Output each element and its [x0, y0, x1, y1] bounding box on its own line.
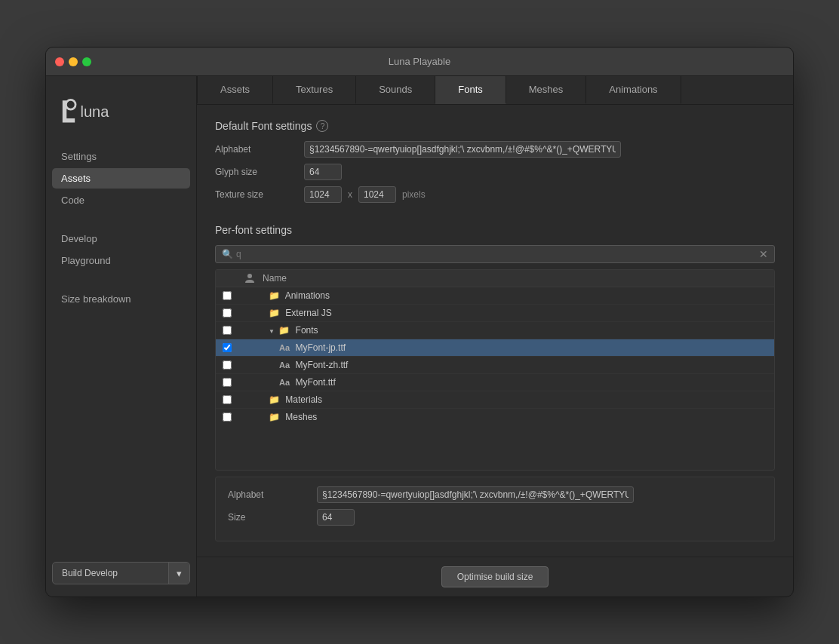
expand-triangle-icon: ▼ [269, 328, 275, 335]
traffic-lights [55, 57, 91, 66]
tab-assets[interactable]: Assets [197, 76, 273, 104]
clear-search-button[interactable]: ✕ [759, 249, 768, 259]
pf-size-row: Size [228, 509, 762, 526]
tab-textures[interactable]: Textures [273, 76, 356, 104]
row-name-externaljs: 📁 External JS [261, 308, 774, 318]
pf-alphabet-row: Alphabet [228, 486, 762, 503]
sidebar-item-code[interactable]: Code [52, 190, 190, 210]
row-name-myfont: Aa MyFont.ttf [261, 377, 774, 388]
person-icon [244, 273, 255, 284]
check-myfont[interactable] [223, 378, 232, 387]
tree-row-meshes[interactable]: 📁 Meshes [216, 409, 774, 423]
row-check-myfont[interactable] [216, 378, 238, 387]
tree-row-materials[interactable]: 📁 Materials [216, 391, 774, 409]
font-icon-base: Aa [279, 378, 290, 387]
bottom-bar: Optimise build size [197, 557, 793, 596]
content-area: Assets Textures Sounds Fonts Meshes Anim… [197, 76, 793, 596]
check-myfont-zh[interactable] [223, 360, 232, 370]
row-check-fonts[interactable] [216, 326, 238, 335]
tree-row-animations[interactable]: 📁 Animations [216, 287, 774, 305]
tree-row-myfont-jp[interactable]: Aa MyFont-jp.ttf [216, 339, 774, 357]
folder-icon-mat: 📁 [269, 394, 280, 405]
titlebar: Luna Playable [46, 48, 793, 76]
sidebar-item-assets[interactable]: Assets [52, 168, 190, 189]
pf-size-input[interactable] [317, 509, 355, 526]
fullscreen-button[interactable] [82, 57, 91, 66]
logo: luna [46, 88, 196, 146]
close-button[interactable] [55, 57, 64, 66]
svg-text:luna: luna [80, 103, 109, 120]
row-check-materials[interactable] [216, 395, 238, 404]
window-title: Luna Playable [389, 56, 450, 67]
default-font-title: Default Font settings ? [215, 120, 775, 132]
row-name-meshes: 📁 Meshes [261, 412, 774, 422]
tree-table: Name 📁 Animations [215, 269, 775, 471]
texture-size-h-input[interactable] [358, 186, 396, 203]
tree-row-externaljs[interactable]: 📁 External JS [216, 305, 774, 322]
check-externaljs[interactable] [223, 308, 232, 317]
tab-sounds[interactable]: Sounds [356, 76, 435, 104]
row-name-fonts-folder: ▼ 📁 Fonts [261, 325, 774, 336]
app-window: Luna Playable luna Settings [45, 47, 794, 597]
search-bar: 🔍 ✕ [215, 245, 775, 263]
row-check-myfont-zh[interactable] [216, 360, 238, 370]
svg-point-2 [247, 274, 252, 278]
texture-size-w-input[interactable] [304, 186, 342, 203]
per-font-section: Per-font settings 🔍 ✕ [215, 224, 775, 541]
sidebar-item-settings[interactable]: Settings [52, 146, 190, 167]
header-name-col: Name [261, 273, 774, 284]
per-font-title: Per-font settings [215, 224, 775, 236]
optimise-button[interactable]: Optimise build size [441, 566, 549, 587]
check-fonts-folder[interactable] [223, 326, 232, 335]
folder-icon: 📁 [269, 290, 280, 301]
pf-alphabet-input[interactable] [317, 486, 634, 503]
folder-icon-meshes: 📁 [269, 412, 280, 422]
font-icon-jp: Aa [279, 343, 290, 352]
alphabet-row: Alphabet [215, 141, 775, 158]
row-name-materials: 📁 Materials [261, 394, 774, 405]
per-font-detail: Alphabet Size [215, 477, 775, 541]
luna-logo: luna [61, 96, 137, 126]
header-person-col [238, 273, 261, 284]
tree-row-fonts-folder[interactable]: ▼ 📁 Fonts [216, 322, 774, 339]
sidebar: luna Settings Assets Code Develop Playgr… [46, 76, 197, 596]
chevron-down-icon: ▾ [177, 568, 182, 579]
search-input[interactable] [236, 249, 756, 259]
sidebar-item-develop[interactable]: Develop [52, 228, 190, 249]
default-font-section: Default Font settings ? Alphabet Glyph s… [215, 120, 775, 209]
main-layout: luna Settings Assets Code Develop Playgr… [46, 76, 793, 596]
check-myfont-jp[interactable] [223, 343, 232, 352]
pf-size-label: Size [228, 512, 311, 523]
check-materials[interactable] [223, 395, 232, 404]
check-meshes[interactable] [223, 412, 232, 422]
row-check-externaljs[interactable] [216, 308, 238, 317]
alphabet-input[interactable] [304, 141, 621, 158]
search-icon: 🔍 [222, 249, 233, 259]
tab-meshes[interactable]: Meshes [506, 76, 587, 104]
row-check-myfont-jp[interactable] [216, 343, 238, 352]
tree-row-myfont[interactable]: Aa MyFont.ttf [216, 374, 774, 391]
tree-row-myfont-zh[interactable]: Aa MyFont-zh.ttf [216, 357, 774, 374]
build-dropdown-button[interactable]: ▾ [168, 563, 189, 584]
glyph-size-input[interactable] [304, 164, 342, 180]
pf-alphabet-label: Alphabet [228, 489, 311, 500]
texture-size-row: Texture size x pixels [215, 186, 775, 203]
row-check-meshes[interactable] [216, 412, 238, 422]
tab-bar: Assets Textures Sounds Fonts Meshes Anim… [197, 76, 793, 105]
glyph-size-label: Glyph size [215, 167, 298, 177]
minimize-button[interactable] [69, 57, 78, 66]
sidebar-item-size-breakdown[interactable]: Size breakdown [52, 289, 190, 309]
row-check-animations[interactable] [216, 291, 238, 300]
sidebar-nav: Settings Assets Code Develop Playground … [46, 146, 196, 309]
font-icon-zh: Aa [279, 360, 290, 370]
info-icon[interactable]: ? [316, 120, 328, 132]
tab-fonts[interactable]: Fonts [435, 76, 506, 104]
build-main-button[interactable]: Build Develop [53, 563, 168, 584]
tab-animations[interactable]: Animations [586, 76, 681, 104]
pixels-label: pixels [402, 189, 426, 200]
row-name-animations: 📁 Animations [261, 290, 774, 301]
check-animations[interactable] [223, 291, 232, 300]
sidebar-item-playground[interactable]: Playground [52, 250, 190, 271]
folder-icon-ext: 📁 [269, 308, 280, 318]
alphabet-label: Alphabet [215, 144, 298, 155]
